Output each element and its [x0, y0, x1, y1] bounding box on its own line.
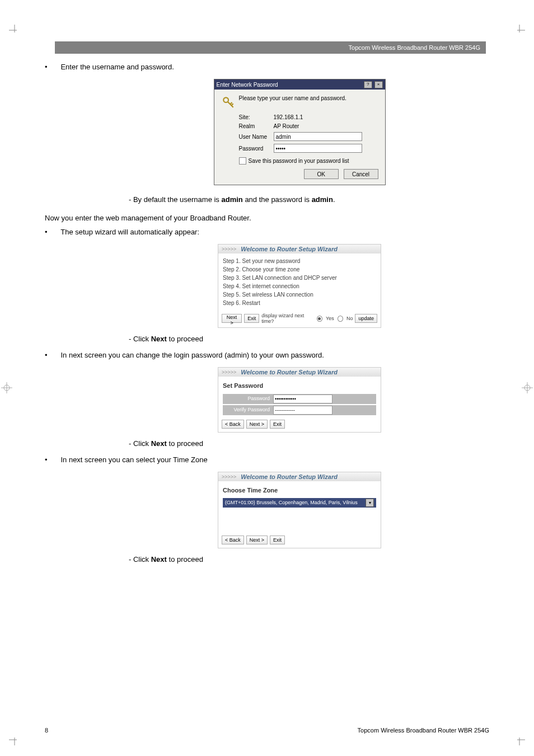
body-text: - By default the username is admin and t… — [129, 195, 487, 204]
wizard-heading: Choose Time Zone — [223, 486, 376, 495]
body-text: Now you enter the web management of your… — [45, 214, 487, 222]
help-icon[interactable]: ? — [364, 81, 372, 88]
bullet: • — [45, 351, 53, 359]
wizard-step: Step 1. Set your new password — [223, 257, 376, 265]
svg-point-2 — [223, 97, 228, 102]
chevron-down-icon[interactable]: ▾ — [366, 499, 374, 507]
crop-mark — [9, 734, 20, 748]
exit-button[interactable]: Exit — [244, 314, 259, 323]
wizard-choose-timezone: >>>>> Welcome to Router Setup Wizard Cho… — [218, 472, 381, 549]
bullet: • — [45, 228, 53, 236]
radio-yes-label: Yes — [326, 316, 334, 321]
timezone-select[interactable]: (GMT+01:00) Brussels, Copenhagen, Madrid… — [223, 498, 376, 508]
page-footer: 8 Topcom Wireless Broadband Router WBR 2… — [45, 727, 489, 734]
wizard-set-password: >>>>> Welcome to Router Setup Wizard Set… — [218, 367, 381, 433]
page-number: 8 — [45, 727, 48, 734]
save-password-label: Save this password in your password list — [249, 158, 349, 164]
save-password-checkbox[interactable] — [239, 157, 246, 165]
body-text: - Click Next to proceed — [129, 439, 487, 448]
text-change-pw: In next screen you can change the login … — [60, 351, 324, 359]
body-text: • In next screen you can select your Tim… — [45, 456, 487, 464]
back-button[interactable]: < Back — [222, 420, 244, 429]
new-password-input[interactable] — [273, 395, 332, 403]
next-button[interactable]: Next > — [246, 420, 268, 429]
wizard-step: Step 6. Restart — [223, 299, 376, 307]
password-label: Password — [239, 145, 274, 152]
wizard-title: Welcome to Router Setup Wizard — [241, 246, 338, 252]
wizard-steps: >>>>> Welcome to Router Setup Wizard Ste… — [218, 244, 381, 328]
radio-no[interactable] — [338, 316, 343, 322]
radio-yes[interactable] — [317, 316, 322, 322]
crop-mark — [1, 382, 12, 396]
body-text: • The setup wizard will automatically ap… — [45, 228, 487, 236]
dialog-enter-network-password: Enter Network Password ? × Please type y… — [214, 79, 386, 185]
realm-label: Realm — [239, 123, 274, 129]
radio-no-label: No — [346, 316, 353, 321]
breadcrumb: >>>>> — [222, 369, 236, 375]
text-enter-credentials: Enter the username and password. — [60, 63, 174, 71]
footer-product-name: Topcom Wireless Broadband Router WBR 254… — [358, 727, 489, 734]
realm-value: AP Router — [274, 123, 299, 129]
site-label: Site: — [239, 114, 274, 120]
dialog-title: Enter Network Password — [217, 82, 278, 88]
exit-button[interactable]: Exit — [270, 420, 285, 429]
password-input[interactable] — [274, 144, 362, 153]
dialog-titlebar: Enter Network Password ? × — [214, 79, 385, 90]
timezone-selected: (GMT+01:00) Brussels, Copenhagen, Madrid… — [225, 499, 358, 507]
crop-mark — [514, 25, 525, 39]
crop-mark — [522, 382, 533, 396]
header-product-name: Topcom Wireless Broadband Router WBR 254… — [349, 44, 480, 51]
wizard-heading: Set Password — [223, 381, 376, 391]
crop-mark — [514, 734, 525, 748]
next-button[interactable]: Next > — [222, 314, 242, 323]
wizard-step: Step 4. Set internet connection — [223, 282, 376, 290]
bullet: • — [45, 456, 53, 464]
verify-password-label: Verify Password — [225, 406, 270, 414]
back-button[interactable]: < Back — [222, 536, 244, 544]
text-setup-auto: The setup wizard will automatically appe… — [60, 228, 199, 236]
body-text: • Enter the username and password. — [45, 63, 487, 71]
close-icon[interactable]: × — [374, 81, 383, 88]
wizard-step: Step 3. Set LAN connection and DHCP serv… — [223, 274, 376, 282]
site-value: 192.168.1.1 — [274, 114, 303, 120]
wizard-titlebar: >>>>> Welcome to Router Setup Wizard — [218, 368, 381, 377]
breadcrumb: >>>>> — [222, 474, 236, 480]
username-input[interactable] — [274, 132, 362, 141]
body-text: - Click Next to proceed — [129, 335, 487, 343]
dialog-intro: Please type your user name and password. — [239, 95, 346, 101]
wizard-step: Step 2. Choose your time zone — [223, 265, 376, 274]
username-label: User Name — [239, 134, 274, 140]
wizard-title: Welcome to Router Setup Wizard — [241, 473, 338, 480]
crop-mark — [9, 25, 20, 39]
wizard-titlebar: >>>>> Welcome to Router Setup Wizard — [218, 472, 381, 481]
wizard-title: Welcome to Router Setup Wizard — [241, 369, 338, 375]
wizard-titlebar: >>>>> Welcome to Router Setup Wizard — [218, 245, 381, 253]
body-text: - Click Next to proceed — [129, 555, 487, 564]
verify-password-input[interactable] — [273, 406, 332, 415]
next-button[interactable]: Next > — [246, 536, 268, 544]
update-button[interactable]: update — [355, 314, 377, 323]
ok-button[interactable]: OK — [304, 169, 339, 179]
wizard-step: Step 5. Set wireless LAN connection — [223, 290, 376, 299]
bullet: • — [45, 63, 53, 71]
breadcrumb: >>>>> — [222, 246, 236, 252]
text-select-tz: In next screen you can select your Time … — [60, 456, 207, 464]
cancel-button[interactable]: Cancel — [344, 169, 378, 179]
password-label: Password — [225, 395, 270, 403]
display-question: display wizard next time? — [261, 313, 313, 324]
header-bar: Topcom Wireless Broadband Router WBR 254… — [55, 41, 486, 54]
key-icon — [221, 95, 236, 110]
exit-button[interactable]: Exit — [270, 536, 285, 544]
body-text: • In next screen you can change the logi… — [45, 351, 487, 359]
